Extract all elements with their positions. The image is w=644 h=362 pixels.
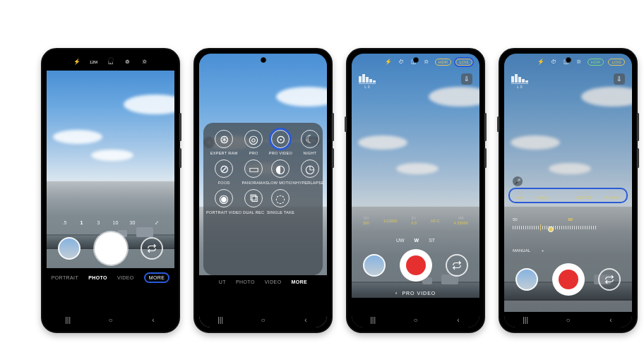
hdr-pill[interactable]: HDR — [435, 59, 452, 66]
motion-icon[interactable]: ⊚ — [124, 58, 132, 66]
readout-item[interactable]: ISO320 — [363, 217, 369, 224]
mode-tile-panorama[interactable]: ▭PANORAMA — [242, 159, 265, 185]
pro-video-title[interactable]: ‹ PRO VIDEO — [352, 290, 479, 296]
download-icon[interactable]: ⇩ — [461, 73, 472, 85]
bottom-bar: ||| ○ ‹ — [352, 298, 479, 327]
settings-icon[interactable]: ⛭ — [422, 58, 431, 66]
mode-more[interactable]: MORE — [144, 272, 170, 283]
expand-icon[interactable]: ⤢ — [153, 220, 161, 226]
tab-manual[interactable]: MANUAL — [513, 248, 530, 253]
side-power — [484, 148, 487, 168]
nav-back-icon[interactable]: ‹ — [606, 315, 616, 325]
mode-more[interactable]: MORE — [292, 279, 308, 284]
nav-recent-icon[interactable]: ||| — [215, 315, 225, 325]
mode-tile-pro[interactable]: ◎PRO — [242, 130, 265, 155]
mode-tile-hyperlapse[interactable]: ◷HYPERLAPSE — [296, 159, 324, 185]
nav-home-icon[interactable]: ○ — [410, 315, 420, 325]
iso-slider[interactable]: 50 80 — [513, 217, 624, 239]
lens-uw[interactable]: UW — [396, 238, 405, 243]
mode-photo[interactable]: PHOTO — [88, 275, 107, 280]
mode-ut[interactable]: UT — [219, 279, 226, 284]
mode-tile-dual-rec[interactable]: ⧉DUAL REC — [242, 189, 265, 215]
nav-home-icon[interactable]: ○ — [563, 315, 573, 325]
night-icon: ☾ — [301, 130, 319, 148]
mode-tile-pro-video[interactable]: ⊙PRO VIDEO — [266, 130, 296, 155]
lens-row[interactable]: UW W ST — [352, 238, 479, 243]
zoom-row[interactable]: .5 1 3 10 30 ⤢ — [47, 220, 174, 226]
nav-recent-icon[interactable]: ||| — [368, 315, 378, 325]
nav-bar[interactable]: ||| ○ ‹ — [199, 315, 327, 325]
nav-back-icon[interactable]: ‹ — [148, 315, 158, 325]
camera-switch-icon[interactable] — [598, 268, 621, 291]
mode-video[interactable]: VIDEO — [265, 279, 282, 284]
settings-icon[interactable]: ⛭ — [575, 58, 583, 66]
mode-tile-portrait-video[interactable]: ◉PORTRAIT VIDEO — [206, 189, 242, 215]
mode-video[interactable]: VIDEO — [117, 275, 134, 280]
mode-tile-night[interactable]: ☾NIGHT — [296, 130, 324, 155]
histogram: L 0 — [511, 73, 528, 89]
nav-bar[interactable]: ||| ○ ‹ — [504, 315, 632, 325]
readout-item[interactable]: LOGV-Log L — [537, 191, 550, 199]
readout-item[interactable]: WBA 5400K — [605, 191, 619, 199]
viewfinder[interactable] — [352, 54, 479, 327]
record-button[interactable] — [400, 249, 432, 282]
zoom-30[interactable]: 30 — [129, 220, 137, 226]
pro-readout[interactable]: ISO640LOGV-Log LFOCUSCENTERWBA 5400K — [508, 188, 628, 203]
mode-row[interactable]: UT PHOTO VIDEO MORE — [199, 275, 327, 284]
manual-tabs[interactable]: MANUAL + — [513, 248, 544, 253]
mode-tile-single-take[interactable]: ◌SINGLE TAKE — [266, 189, 296, 215]
flash-icon[interactable]: ⚡ — [73, 58, 81, 66]
download-icon[interactable]: ⇩ — [614, 73, 625, 85]
gallery-thumb[interactable] — [515, 268, 538, 291]
bottom-bar: PORTRAIT PHOTO VIDEO MORE ||| ○ ‹ — [47, 268, 174, 327]
nav-bar[interactable]: ||| ○ ‹ — [47, 315, 174, 325]
mode-tile-expert-raw[interactable]: ⊛EXPERT RAW — [206, 130, 242, 155]
zoom-1[interactable]: 1 — [78, 220, 86, 226]
record-button[interactable] — [552, 263, 585, 296]
lens-w[interactable]: W — [415, 238, 419, 243]
nav-home-icon[interactable]: ○ — [258, 315, 268, 325]
bottom-bar: UT PHOTO VIDEO MORE ||| ○ ‹ — [199, 275, 327, 327]
zoom-10[interactable]: 10 — [112, 220, 120, 226]
shutter-button[interactable] — [95, 232, 127, 265]
nav-recent-icon[interactable]: ||| — [63, 315, 73, 325]
mode-tile-slow-motion[interactable]: ◐SLOW MOTION — [266, 159, 296, 185]
nav-bar[interactable]: ||| ○ ‹ — [352, 315, 479, 325]
nav-home-icon[interactable]: ○ — [105, 315, 115, 325]
pro-readout[interactable]: ISO3201/12000EV0.0AF-CWBA 5300K — [356, 215, 475, 227]
mode-portrait[interactable]: PORTRAIT — [52, 275, 78, 280]
gallery-thumb[interactable] — [363, 254, 386, 277]
readout-item[interactable]: WBA 5300K — [454, 217, 468, 224]
gallery-thumb[interactable] — [58, 237, 80, 260]
zoom-0.5[interactable]: .5 — [61, 220, 69, 226]
readout-item[interactable]: EV0.0 — [412, 217, 417, 224]
tab-add[interactable]: + — [542, 248, 544, 253]
readout-item[interactable]: AF-C — [431, 219, 439, 223]
mode-tile-food[interactable]: ⊘FOOD — [206, 159, 242, 185]
flash-icon[interactable]: ⚡ — [384, 58, 393, 66]
nav-back-icon[interactable]: ‹ — [301, 315, 311, 325]
mode-photo[interactable]: PHOTO — [236, 279, 255, 284]
lens-st[interactable]: ST — [429, 238, 435, 243]
readout-item[interactable]: ISO640 — [517, 191, 523, 199]
nav-recent-icon[interactable]: ||| — [520, 315, 530, 325]
timer-icon[interactable]: ⏱ — [549, 58, 558, 66]
camera-switch-icon[interactable] — [446, 254, 468, 277]
timer-icon[interactable]: ⏱ — [397, 58, 405, 66]
hdr-pill[interactable]: HDR — [588, 59, 604, 66]
phone-frame-4: ⚡ ⏱ ◫ ⛭ HDR LOG L 0 ⇩ 🎤 ISO640LOGV-Log L… — [499, 48, 638, 333]
mic-icon[interactable]: 🎤 — [513, 176, 523, 186]
readout-item[interactable]: 1/12000 — [383, 219, 397, 223]
log-pill[interactable]: LOG — [455, 59, 472, 66]
nav-back-icon[interactable]: ‹ — [453, 315, 463, 325]
zoom-3[interactable]: 3 — [95, 220, 103, 226]
phone-frame-2: ‹ Add modes at the bottom of the screen.… — [193, 48, 333, 333]
log-pill[interactable]: LOG — [608, 59, 625, 66]
settings-icon[interactable]: ⛭ — [141, 58, 149, 66]
flash-icon[interactable]: ⚡ — [537, 58, 545, 66]
slider-handle[interactable] — [548, 227, 554, 232]
camera-switch-icon[interactable] — [141, 237, 163, 260]
mode-row[interactable]: PORTRAIT PHOTO VIDEO MORE — [47, 268, 174, 283]
readout-item[interactable]: FOCUSCENTER — [576, 191, 592, 199]
mp-toggle[interactable]: 12M — [90, 58, 98, 66]
